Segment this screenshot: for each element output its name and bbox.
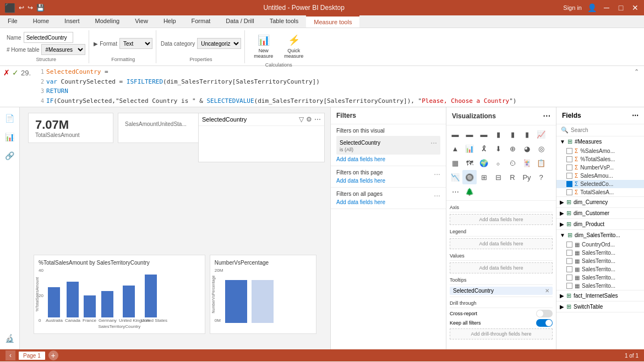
viz-btn-filled-map[interactable]: 🌍 bbox=[477, 156, 491, 170]
filter-sc-dots[interactable]: ··· bbox=[430, 138, 437, 147]
formula-expand-icon[interactable]: ⌃ bbox=[632, 67, 641, 76]
format-select[interactable]: Text bbox=[119, 38, 152, 49]
viz-btn-clustered-bar[interactable]: ▬ bbox=[462, 127, 477, 141]
filter-page-dots[interactable]: ··· bbox=[434, 169, 440, 178]
viz-btn-stacked-col[interactable]: ▮ bbox=[491, 127, 505, 141]
page-1-tab[interactable]: Page 1 bbox=[19, 352, 45, 360]
viz-btn-pie[interactable]: ◕ bbox=[520, 141, 534, 156]
field-item-st3[interactable]: ▦ SalesTerrito... bbox=[556, 265, 644, 273]
filter-add-all[interactable]: Add data fields here bbox=[336, 199, 440, 205]
field-group-product-header[interactable]: ▶ ⊞ dim_Product bbox=[556, 219, 644, 229]
field-group-switchtable-header[interactable]: ▶ ⊞ SwitchTable bbox=[556, 301, 644, 312]
viz-btn-r[interactable]: R bbox=[505, 170, 520, 184]
nav-model-icon[interactable]: 🔗 bbox=[3, 149, 17, 162]
nav-data-icon[interactable]: 📊 bbox=[3, 130, 17, 144]
field-item-salesamo[interactable]: Σ SalesAmou... bbox=[556, 172, 644, 180]
quick-measure-button[interactable]: ⚡ Quick measure bbox=[280, 31, 308, 61]
filter-add-page[interactable]: Add data fields here bbox=[336, 178, 440, 184]
add-page-button[interactable]: + bbox=[48, 350, 58, 360]
new-measure-button[interactable]: 📊 New measure bbox=[249, 31, 277, 61]
viz-btn-py[interactable]: Py bbox=[520, 170, 534, 184]
field-item-selectedco[interactable]: Σ SelectedCo... bbox=[556, 180, 644, 188]
viz-btn-waterfall[interactable]: ⬇ bbox=[491, 141, 505, 156]
data-category-select[interactable]: Uncategorized bbox=[197, 38, 241, 49]
viz-btn-treemap[interactable]: ▦ bbox=[448, 156, 462, 170]
tab-table-tools[interactable]: Table tools bbox=[262, 15, 307, 28]
page-prev-button[interactable]: ‹ bbox=[6, 350, 15, 360]
viz-btn-ribbon[interactable]: 🎗 bbox=[477, 141, 491, 156]
viz-btn-map[interactable]: 🗺 bbox=[462, 156, 477, 170]
viz-btn-area[interactable]: ▲ bbox=[448, 141, 462, 156]
slicer-filter-icon[interactable]: ▽ bbox=[299, 116, 304, 123]
sign-in-button[interactable]: Sign in bbox=[563, 4, 582, 11]
field-item-pct-sales-amo[interactable]: Σ %SalesAmo... bbox=[556, 147, 644, 155]
field-group-salesterritory-header[interactable]: ▼ ⊞ dim_SalesTerrito... bbox=[556, 230, 644, 240]
viz-btn-multirow-card[interactable]: 📋 bbox=[534, 156, 548, 170]
tab-file[interactable]: File bbox=[0, 15, 25, 28]
tab-insert[interactable]: Insert bbox=[57, 15, 88, 28]
viz-btn-custom[interactable]: ⋯ bbox=[448, 184, 462, 199]
viz-btn-line[interactable]: 📈 bbox=[534, 127, 548, 141]
tab-help[interactable]: Help bbox=[156, 15, 184, 28]
formula-cancel-icon[interactable]: ✗ bbox=[3, 68, 10, 77]
viz-drillthrough-drop[interactable]: Add drill-through fields here bbox=[450, 328, 553, 339]
redo-icon[interactable]: ↪ bbox=[28, 4, 33, 12]
slicer-format-icon[interactable]: ⚙ bbox=[306, 116, 312, 123]
fields-expand-icon[interactable]: ⋯ bbox=[632, 112, 638, 119]
user-icon[interactable]: 👤 bbox=[587, 3, 597, 12]
viz-btn-qna[interactable]: ? bbox=[534, 170, 548, 184]
maximize-icon[interactable]: □ bbox=[616, 3, 625, 12]
tab-view[interactable]: View bbox=[127, 15, 156, 28]
field-group-currency-header[interactable]: ▶ ⊞ dim_Currency bbox=[556, 197, 644, 207]
viz-values-drop[interactable]: Add data fields here bbox=[450, 262, 553, 273]
name-input[interactable] bbox=[24, 32, 73, 43]
undo-icon[interactable]: ↩ bbox=[19, 4, 24, 12]
filter-add-visual[interactable]: Add data fields here bbox=[336, 156, 440, 162]
field-group-measures-header[interactable]: ▼ ⊞ #Measures bbox=[556, 136, 644, 147]
viz-chip-remove-icon[interactable]: ✕ bbox=[545, 288, 549, 294]
viz-btn-stacked-bar[interactable]: ▬ bbox=[448, 127, 462, 141]
filter-selected-country[interactable]: SelectedCountry ··· is (All) bbox=[336, 136, 440, 155]
field-item-countryord[interactable]: ▦ CountryOrd... bbox=[556, 240, 644, 249]
field-group-customer-header[interactable]: ▶ ⊞ dim_Customer bbox=[556, 208, 644, 218]
formula-confirm-icon[interactable]: ✓ bbox=[12, 68, 19, 77]
nav-report-icon[interactable]: 📄 bbox=[3, 112, 17, 125]
tab-measure-tools[interactable]: Measure tools bbox=[306, 15, 359, 28]
filter-all-dots[interactable]: ··· bbox=[434, 191, 440, 200]
tab-modeling[interactable]: Modeling bbox=[88, 15, 128, 28]
minimize-icon[interactable]: ─ bbox=[602, 3, 611, 12]
viz-axis-drop[interactable]: Add data fields here bbox=[450, 214, 553, 225]
tab-data-drill[interactable]: Data / Drill bbox=[218, 15, 261, 28]
viz-btn-matrix[interactable]: ⊟ bbox=[491, 170, 505, 184]
tab-format[interactable]: Format bbox=[184, 15, 219, 28]
viz-btn-line-col[interactable]: 📊 bbox=[462, 141, 477, 156]
field-item-st1[interactable]: ▦ SalesTerrito... bbox=[556, 249, 644, 257]
cross-report-toggle[interactable] bbox=[536, 310, 553, 317]
keep-filters-toggle[interactable] bbox=[536, 319, 553, 327]
viz-btn-scatter[interactable]: ⊕ bbox=[505, 141, 520, 156]
save-icon[interactable]: 💾 bbox=[36, 4, 45, 12]
formula-content[interactable]: 1 SelectedCountry = 2 var CountrySelecte… bbox=[34, 67, 629, 106]
fields-search-input[interactable] bbox=[571, 127, 640, 133]
viz-expand-icon[interactable]: ⋯ bbox=[543, 112, 550, 120]
viz-btn-funnel[interactable]: ⬦ bbox=[491, 156, 505, 170]
viz-btn-decomp[interactable]: 🌲 bbox=[462, 184, 477, 199]
field-group-internetsales-header[interactable]: ▶ ⊞ fact_InternetSales bbox=[556, 290, 644, 301]
slicer-more-icon[interactable]: ⋯ bbox=[314, 116, 321, 123]
viz-btn-gauge[interactable]: ⏲ bbox=[505, 156, 520, 170]
field-item-st4[interactable]: ▦ SalesTerrito... bbox=[556, 273, 644, 282]
field-item-pct-total-sales[interactable]: Σ %TotalSales... bbox=[556, 155, 644, 163]
nav-dax-icon[interactable]: 🔬 bbox=[3, 332, 17, 345]
field-item-st5[interactable]: ▦ SalesTerrito... bbox=[556, 282, 644, 290]
viz-btn-clustered-col[interactable]: ▮ bbox=[505, 127, 520, 141]
viz-btn-kpi[interactable]: 📉 bbox=[448, 170, 462, 184]
tab-home[interactable]: Home bbox=[25, 15, 57, 28]
field-item-st2[interactable]: ▦ SalesTerrito... bbox=[556, 257, 644, 265]
viz-btn-card[interactable]: 🃏 bbox=[520, 156, 534, 170]
field-item-numbervs[interactable]: Σ NumberVsP... bbox=[556, 163, 644, 172]
home-table-select[interactable]: #Measures bbox=[41, 44, 85, 55]
viz-btn-table[interactable]: ⊞ bbox=[477, 170, 491, 184]
viz-legend-drop[interactable]: Add data fields here bbox=[450, 238, 553, 249]
viz-btn-100-col[interactable]: ▮ bbox=[520, 127, 534, 141]
field-item-totalsales[interactable]: Σ TotalSalesA... bbox=[556, 188, 644, 196]
